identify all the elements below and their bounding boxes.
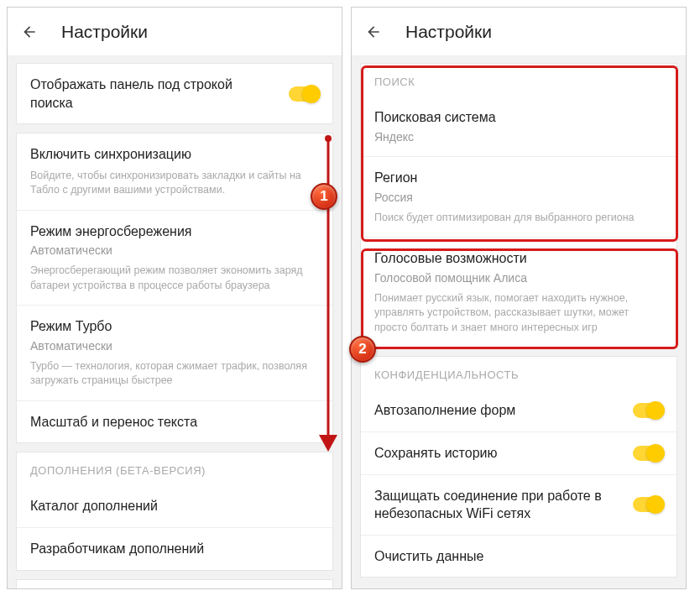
voice-row[interactable]: Голосовые возможности Голосовой помощник… bbox=[361, 238, 676, 347]
engine-row[interactable]: Поисковая система Яндекс bbox=[361, 97, 676, 157]
turbo-desc: Турбо — технология, которая сжимает траф… bbox=[30, 359, 319, 389]
wifi-row[interactable]: Защищать соединение при работе в небезоп… bbox=[361, 475, 676, 536]
titlebar-right: Настройки bbox=[352, 8, 686, 56]
devs-label: Разработчикам дополнений bbox=[30, 540, 204, 558]
autofill-row[interactable]: Автозаполнение форм bbox=[361, 389, 676, 432]
left-content: Отображать панель под строкой поиска Вкл… bbox=[8, 56, 342, 588]
engine-title: Поисковая система bbox=[374, 108, 663, 127]
panel-toggle-row[interactable]: Отображать панель под строкой поиска bbox=[17, 64, 332, 123]
autofill-label: Автозаполнение форм bbox=[374, 401, 515, 420]
right-screen: Настройки ПОИСК Поисковая система Яндекс… bbox=[351, 7, 687, 589]
devs-row[interactable]: Разработчикам дополнений bbox=[17, 528, 332, 570]
badge-one: 1 bbox=[311, 183, 337, 210]
scale-label: Масштаб и перенос текста bbox=[30, 413, 197, 431]
power-row[interactable]: Режим энергосбережения Автоматически Эне… bbox=[17, 211, 332, 306]
right-content: ПОИСК Поисковая система Яндекс Регион Ро… bbox=[352, 56, 686, 588]
search-header: ПОИСК bbox=[361, 64, 676, 97]
catalog-label: Каталог дополнений bbox=[30, 497, 158, 515]
turbo-sub: Автоматически bbox=[30, 338, 319, 354]
catalog-row[interactable]: Каталог дополнений bbox=[17, 485, 332, 528]
engine-sub: Яндекс bbox=[374, 129, 663, 145]
back-arrow-icon[interactable] bbox=[21, 24, 38, 40]
turbo-title: Режим Турбо bbox=[30, 317, 319, 336]
power-sub: Автоматически bbox=[30, 243, 319, 259]
badge-two: 2 bbox=[349, 336, 376, 363]
titlebar-left: Настройки bbox=[8, 8, 342, 56]
region-desc: Поиск будет оптимизирован для выбранного… bbox=[374, 211, 663, 226]
left-screen: Настройки Отображать панель под строкой … bbox=[7, 7, 342, 589]
region-row[interactable]: Регион Россия Поиск будет оптимизирован … bbox=[361, 157, 676, 238]
sync-row[interactable]: Включить синхронизацию Войдите, чтобы си… bbox=[17, 133, 332, 211]
addons-header: ДОПОЛНЕНИЯ (БЕТА-ВЕРСИЯ) bbox=[17, 452, 332, 485]
page-title: Настройки bbox=[405, 22, 492, 42]
history-label: Сохранять историю bbox=[374, 444, 498, 463]
panel-toggle-label: Отображать панель под строкой поиска bbox=[30, 76, 279, 112]
voice-sub: Голосовой помощник Алиса bbox=[374, 270, 663, 286]
history-toggle[interactable] bbox=[633, 446, 663, 461]
sync-desc: Войдите, чтобы синхронизировать закладки… bbox=[30, 169, 319, 198]
clear-label: Очистить данные bbox=[374, 547, 483, 566]
wifi-toggle[interactable] bbox=[633, 497, 663, 512]
voice-title: Голосовые возможности bbox=[374, 249, 663, 268]
turbo-row[interactable]: Режим Турбо Автоматически Турбо — технол… bbox=[17, 306, 332, 400]
region-title: Регион bbox=[374, 169, 663, 187]
wifi-label: Защищать соединение при работе в небезоп… bbox=[374, 487, 623, 523]
history-row[interactable]: Сохранять историю bbox=[361, 432, 676, 475]
back-arrow-icon[interactable] bbox=[365, 24, 382, 40]
autofill-toggle[interactable] bbox=[633, 403, 663, 418]
page-title: Настройки bbox=[61, 22, 148, 42]
privacy-header: КОНФИДЕНЦИАЛЬНОСТЬ bbox=[361, 357, 676, 389]
clear-row[interactable]: Очистить данные bbox=[361, 536, 676, 578]
sync-title: Включить синхронизацию bbox=[30, 145, 319, 164]
scale-row[interactable]: Масштаб и перенос текста bbox=[17, 401, 332, 443]
voice-desc: Понимает русский язык, помогает находить… bbox=[374, 291, 663, 336]
region-sub: Россия bbox=[374, 190, 663, 206]
power-title: Режим энергосбережения bbox=[30, 222, 319, 241]
panel-toggle-switch[interactable] bbox=[289, 86, 319, 102]
power-desc: Энергосберегающий режим позволяет эконом… bbox=[30, 264, 319, 293]
